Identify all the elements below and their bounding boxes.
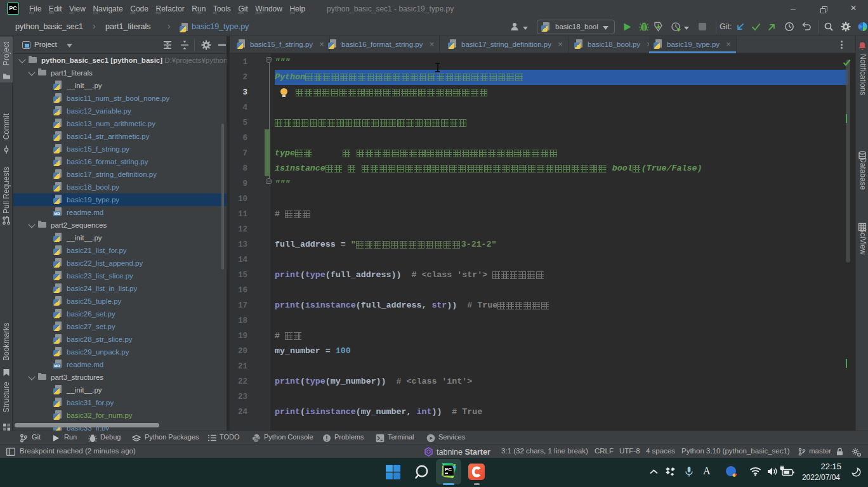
- svg-text:PC: PC: [445, 467, 452, 472]
- svg-text:z: z: [671, 467, 674, 472]
